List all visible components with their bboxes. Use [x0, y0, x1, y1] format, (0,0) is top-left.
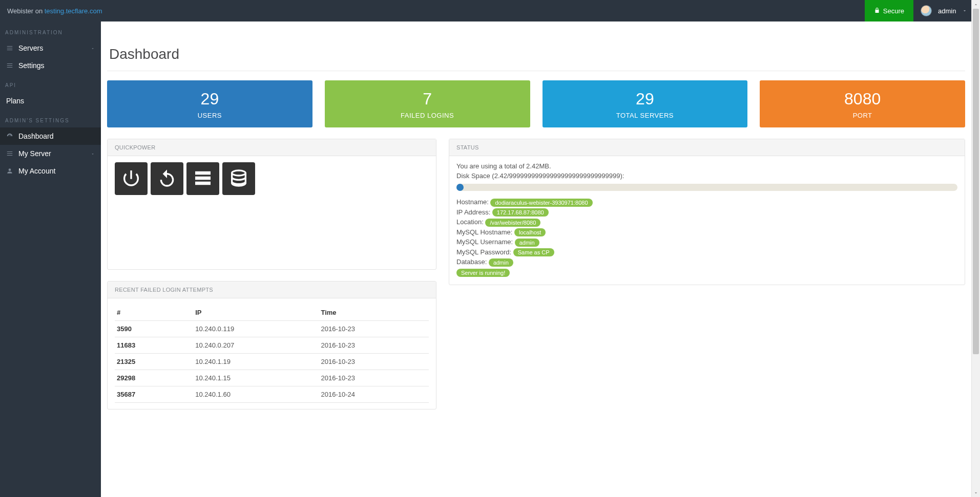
stat-row: 29 USERS 7 FAILED LOGINS 29 TOTAL SERVER… — [107, 80, 965, 127]
sidebar-heading-admin-settings: ADMIN'S SETTINGS — [0, 110, 101, 127]
quickpower-panel: QUICKPOWER — [107, 139, 436, 270]
status-label: MySQL Password: — [456, 248, 513, 256]
sidebar-heading-api: API — [0, 74, 101, 92]
stat-total-servers[interactable]: 29 TOTAL SERVERS — [543, 80, 748, 127]
left-column: QUICKPOWER — [107, 139, 436, 409]
panel-header: STATUS — [449, 139, 965, 156]
status-disk-label: Disk Space (2.42/99999999999999999999999… — [456, 172, 957, 180]
status-label: MySQL Hostname: — [456, 228, 514, 236]
status-panel: STATUS You are using a total of 2.42MB. … — [449, 139, 965, 285]
col-num: # — [115, 305, 193, 321]
sidebar-item-servers[interactable]: Servers — [0, 39, 101, 57]
list-icon — [6, 150, 13, 157]
chevron-down-icon — [91, 44, 95, 52]
page-separator — [107, 71, 965, 71]
panel-body: # IP Time 3590 10.240.0.119 2016-10-23 — [108, 298, 436, 409]
table-row: 35687 10.240.1.60 2016-10-24 — [115, 386, 429, 403]
stat-value: 8080 — [765, 90, 960, 109]
status-label: Database: — [456, 258, 489, 266]
status-mysql-host: MySQL Hostname: localhost — [456, 228, 957, 237]
status-label: Hostname: — [456, 198, 490, 206]
cell-time: 2016-10-23 — [319, 354, 429, 370]
list-icon — [6, 45, 13, 52]
status-ip: IP Address: 172.17.68.87:8080 — [456, 208, 957, 217]
browser-scrollbar[interactable] — [971, 0, 980, 497]
status-hostname: Hostname: dodiaraculus-webister-3930971:… — [456, 198, 957, 207]
scrollbar-thumb[interactable] — [973, 9, 979, 354]
scrollbar-track[interactable] — [972, 9, 980, 488]
two-column-row: QUICKPOWER — [107, 139, 965, 409]
cell-ip: 10.240.0.207 — [193, 337, 319, 354]
status-label: MySQL Username: — [456, 238, 515, 246]
stat-label: FAILED LOGINS — [330, 112, 525, 119]
quickpower-buttons — [115, 162, 429, 195]
status-label: IP Address: — [456, 208, 492, 216]
database-icon — [228, 168, 249, 190]
secure-badge[interactable]: Secure — [865, 0, 913, 21]
user-menu[interactable]: admin — [913, 0, 980, 21]
avatar — [921, 5, 932, 16]
cell-time: 2016-10-23 — [319, 370, 429, 386]
disk-progress — [456, 184, 957, 191]
dashboard-icon — [6, 133, 13, 140]
sidebar-item-label: Servers — [18, 44, 43, 52]
panel-header: RECENT FAILED LOGIN ATTEMPTS — [108, 282, 436, 298]
topbar: Webister on testing.tecflare.com Secure … — [0, 0, 980, 21]
scroll-up-icon[interactable] — [972, 0, 980, 9]
sidebar-item-my-server[interactable]: My Server — [0, 145, 101, 162]
stat-port[interactable]: 8080 PORT — [760, 80, 965, 127]
cell-id: 11683 — [115, 337, 193, 354]
cell-ip: 10.240.0.119 — [193, 321, 319, 337]
scroll-down-icon[interactable] — [972, 488, 980, 497]
power-button[interactable] — [115, 162, 148, 195]
sidebar-item-label: Settings — [18, 61, 45, 70]
database-button[interactable] — [222, 162, 255, 195]
stat-label: PORT — [765, 112, 960, 119]
col-ip: IP — [193, 305, 319, 321]
power-icon — [121, 168, 141, 190]
stat-value: 29 — [548, 90, 743, 109]
status-location: Location: /var/webister/8080 — [456, 218, 957, 227]
sidebar-item-dashboard[interactable]: Dashboard — [0, 127, 101, 145]
status-value-pill: Same as CP — [513, 248, 554, 256]
brand-prefix: Webister on — [7, 7, 45, 15]
cell-id: 35687 — [115, 386, 193, 403]
stat-users[interactable]: 29 USERS — [107, 80, 312, 127]
sidebar-item-my-account[interactable]: My Account — [0, 162, 101, 180]
failed-logins-table: # IP Time 3590 10.240.0.119 2016-10-23 — [115, 305, 429, 403]
server-button[interactable] — [186, 162, 219, 195]
status-mysql-user: MySQL Username: admin — [456, 238, 957, 247]
chevron-down-icon — [91, 149, 95, 158]
status-running: Server is running! — [456, 268, 957, 277]
lock-icon — [874, 7, 880, 15]
status-value-pill: /var/webister/8080 — [485, 219, 540, 227]
panel-body: You are using a total of 2.42MB. Disk Sp… — [449, 156, 965, 285]
server-icon — [193, 168, 213, 190]
table-row: 29298 10.240.1.15 2016-10-23 — [115, 370, 429, 386]
brand-link[interactable]: Webister on testing.tecflare.com — [7, 7, 102, 15]
stat-failed-logins[interactable]: 7 FAILED LOGINS — [325, 80, 530, 127]
status-label: Location: — [456, 218, 485, 226]
cell-ip: 10.240.1.60 — [193, 386, 319, 403]
sidebar-item-settings[interactable]: Settings — [0, 57, 101, 74]
sidebar-item-label: Dashboard — [18, 132, 54, 140]
table-row: 21325 10.240.1.19 2016-10-23 — [115, 354, 429, 370]
table-row: 11683 10.240.0.207 2016-10-23 — [115, 337, 429, 354]
status-value-pill: 172.17.68.87:8080 — [492, 208, 549, 217]
sidebar-item-label: My Account — [18, 167, 55, 175]
cell-ip: 10.240.1.15 — [193, 370, 319, 386]
sidebar-item-label: My Server — [18, 149, 51, 158]
cell-time: 2016-10-24 — [319, 386, 429, 403]
sidebar-heading-administration: ADMINISTRATION — [0, 21, 101, 39]
status-mysql-pass: MySQL Password: Same as CP — [456, 248, 957, 257]
failed-logins-panel: RECENT FAILED LOGIN ATTEMPTS # IP Time — [107, 281, 436, 409]
restart-button[interactable] — [151, 162, 183, 195]
cell-id: 29298 — [115, 370, 193, 386]
right-column: STATUS You are using a total of 2.42MB. … — [449, 139, 965, 409]
sidebar-item-label: Plans — [6, 97, 24, 105]
cell-ip: 10.240.1.19 — [193, 354, 319, 370]
table-header-row: # IP Time — [115, 305, 429, 321]
col-time: Time — [319, 305, 429, 321]
stat-value: 7 — [330, 90, 525, 109]
sidebar-item-plans[interactable]: Plans — [0, 92, 101, 110]
